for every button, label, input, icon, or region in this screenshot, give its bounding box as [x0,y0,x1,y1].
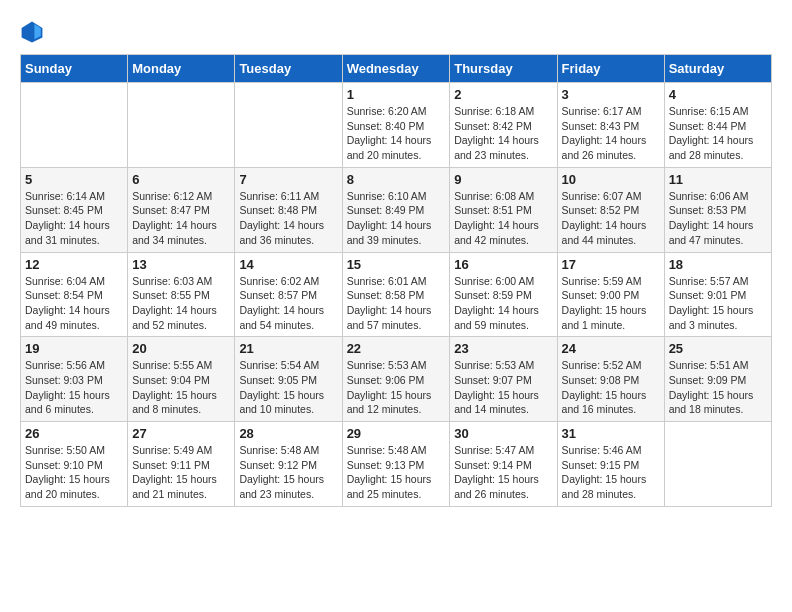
day-number: 21 [239,341,337,356]
day-number: 24 [562,341,660,356]
header-cell-saturday: Saturday [664,55,771,83]
day-number: 2 [454,87,552,102]
header-cell-wednesday: Wednesday [342,55,450,83]
day-cell: 18Sunrise: 5:57 AM Sunset: 9:01 PM Dayli… [664,252,771,337]
day-number: 29 [347,426,446,441]
day-cell: 16Sunrise: 6:00 AM Sunset: 8:59 PM Dayli… [450,252,557,337]
day-number: 5 [25,172,123,187]
day-info: Sunrise: 6:15 AM Sunset: 8:44 PM Dayligh… [669,104,767,163]
day-info: Sunrise: 5:47 AM Sunset: 9:14 PM Dayligh… [454,443,552,502]
week-row-4: 19Sunrise: 5:56 AM Sunset: 9:03 PM Dayli… [21,337,772,422]
day-info: Sunrise: 6:07 AM Sunset: 8:52 PM Dayligh… [562,189,660,248]
day-cell: 5Sunrise: 6:14 AM Sunset: 8:45 PM Daylig… [21,167,128,252]
day-cell: 15Sunrise: 6:01 AM Sunset: 8:58 PM Dayli… [342,252,450,337]
day-number: 13 [132,257,230,272]
day-cell: 21Sunrise: 5:54 AM Sunset: 9:05 PM Dayli… [235,337,342,422]
day-number: 18 [669,257,767,272]
day-cell: 6Sunrise: 6:12 AM Sunset: 8:47 PM Daylig… [128,167,235,252]
day-info: Sunrise: 5:50 AM Sunset: 9:10 PM Dayligh… [25,443,123,502]
header [20,20,772,44]
day-info: Sunrise: 5:49 AM Sunset: 9:11 PM Dayligh… [132,443,230,502]
day-info: Sunrise: 5:57 AM Sunset: 9:01 PM Dayligh… [669,274,767,333]
header-row: SundayMondayTuesdayWednesdayThursdayFrid… [21,55,772,83]
day-number: 28 [239,426,337,441]
day-number: 19 [25,341,123,356]
day-cell: 28Sunrise: 5:48 AM Sunset: 9:12 PM Dayli… [235,422,342,507]
day-info: Sunrise: 5:56 AM Sunset: 9:03 PM Dayligh… [25,358,123,417]
day-info: Sunrise: 6:04 AM Sunset: 8:54 PM Dayligh… [25,274,123,333]
day-cell: 1Sunrise: 6:20 AM Sunset: 8:40 PM Daylig… [342,83,450,168]
day-info: Sunrise: 6:00 AM Sunset: 8:59 PM Dayligh… [454,274,552,333]
day-info: Sunrise: 6:18 AM Sunset: 8:42 PM Dayligh… [454,104,552,163]
day-number: 25 [669,341,767,356]
day-number: 7 [239,172,337,187]
day-cell: 20Sunrise: 5:55 AM Sunset: 9:04 PM Dayli… [128,337,235,422]
day-info: Sunrise: 5:53 AM Sunset: 9:06 PM Dayligh… [347,358,446,417]
header-cell-monday: Monday [128,55,235,83]
day-info: Sunrise: 5:53 AM Sunset: 9:07 PM Dayligh… [454,358,552,417]
logo [20,20,48,44]
week-row-2: 5Sunrise: 6:14 AM Sunset: 8:45 PM Daylig… [21,167,772,252]
day-number: 26 [25,426,123,441]
day-number: 14 [239,257,337,272]
week-row-5: 26Sunrise: 5:50 AM Sunset: 9:10 PM Dayli… [21,422,772,507]
day-number: 20 [132,341,230,356]
day-cell: 4Sunrise: 6:15 AM Sunset: 8:44 PM Daylig… [664,83,771,168]
day-cell: 9Sunrise: 6:08 AM Sunset: 8:51 PM Daylig… [450,167,557,252]
day-info: Sunrise: 6:11 AM Sunset: 8:48 PM Dayligh… [239,189,337,248]
day-info: Sunrise: 5:46 AM Sunset: 9:15 PM Dayligh… [562,443,660,502]
day-cell: 24Sunrise: 5:52 AM Sunset: 9:08 PM Dayli… [557,337,664,422]
calendar-body: 1Sunrise: 6:20 AM Sunset: 8:40 PM Daylig… [21,83,772,507]
day-cell: 7Sunrise: 6:11 AM Sunset: 8:48 PM Daylig… [235,167,342,252]
day-cell: 23Sunrise: 5:53 AM Sunset: 9:07 PM Dayli… [450,337,557,422]
day-cell: 13Sunrise: 6:03 AM Sunset: 8:55 PM Dayli… [128,252,235,337]
day-number: 27 [132,426,230,441]
day-number: 17 [562,257,660,272]
day-info: Sunrise: 6:10 AM Sunset: 8:49 PM Dayligh… [347,189,446,248]
day-number: 31 [562,426,660,441]
day-cell: 10Sunrise: 6:07 AM Sunset: 8:52 PM Dayli… [557,167,664,252]
generalblue-logo-icon [20,20,44,44]
day-info: Sunrise: 5:51 AM Sunset: 9:09 PM Dayligh… [669,358,767,417]
day-number: 8 [347,172,446,187]
week-row-3: 12Sunrise: 6:04 AM Sunset: 8:54 PM Dayli… [21,252,772,337]
day-info: Sunrise: 5:52 AM Sunset: 9:08 PM Dayligh… [562,358,660,417]
day-info: Sunrise: 6:17 AM Sunset: 8:43 PM Dayligh… [562,104,660,163]
day-info: Sunrise: 6:02 AM Sunset: 8:57 PM Dayligh… [239,274,337,333]
day-cell [664,422,771,507]
day-cell: 2Sunrise: 6:18 AM Sunset: 8:42 PM Daylig… [450,83,557,168]
day-info: Sunrise: 6:12 AM Sunset: 8:47 PM Dayligh… [132,189,230,248]
header-cell-friday: Friday [557,55,664,83]
day-info: Sunrise: 6:03 AM Sunset: 8:55 PM Dayligh… [132,274,230,333]
day-info: Sunrise: 6:01 AM Sunset: 8:58 PM Dayligh… [347,274,446,333]
day-cell: 25Sunrise: 5:51 AM Sunset: 9:09 PM Dayli… [664,337,771,422]
day-number: 3 [562,87,660,102]
day-number: 12 [25,257,123,272]
day-number: 9 [454,172,552,187]
day-cell [128,83,235,168]
calendar-table: SundayMondayTuesdayWednesdayThursdayFrid… [20,54,772,507]
day-info: Sunrise: 5:55 AM Sunset: 9:04 PM Dayligh… [132,358,230,417]
day-cell: 30Sunrise: 5:47 AM Sunset: 9:14 PM Dayli… [450,422,557,507]
day-cell: 14Sunrise: 6:02 AM Sunset: 8:57 PM Dayli… [235,252,342,337]
day-number: 1 [347,87,446,102]
day-info: Sunrise: 5:48 AM Sunset: 9:12 PM Dayligh… [239,443,337,502]
day-number: 6 [132,172,230,187]
day-cell: 12Sunrise: 6:04 AM Sunset: 8:54 PM Dayli… [21,252,128,337]
day-number: 22 [347,341,446,356]
day-cell: 27Sunrise: 5:49 AM Sunset: 9:11 PM Dayli… [128,422,235,507]
day-number: 15 [347,257,446,272]
day-number: 23 [454,341,552,356]
header-cell-sunday: Sunday [21,55,128,83]
day-cell: 22Sunrise: 5:53 AM Sunset: 9:06 PM Dayli… [342,337,450,422]
day-cell: 29Sunrise: 5:48 AM Sunset: 9:13 PM Dayli… [342,422,450,507]
day-info: Sunrise: 5:54 AM Sunset: 9:05 PM Dayligh… [239,358,337,417]
day-number: 4 [669,87,767,102]
header-cell-tuesday: Tuesday [235,55,342,83]
day-cell: 31Sunrise: 5:46 AM Sunset: 9:15 PM Dayli… [557,422,664,507]
calendar-header: SundayMondayTuesdayWednesdayThursdayFrid… [21,55,772,83]
day-number: 10 [562,172,660,187]
day-info: Sunrise: 5:59 AM Sunset: 9:00 PM Dayligh… [562,274,660,333]
day-info: Sunrise: 6:08 AM Sunset: 8:51 PM Dayligh… [454,189,552,248]
day-info: Sunrise: 6:20 AM Sunset: 8:40 PM Dayligh… [347,104,446,163]
